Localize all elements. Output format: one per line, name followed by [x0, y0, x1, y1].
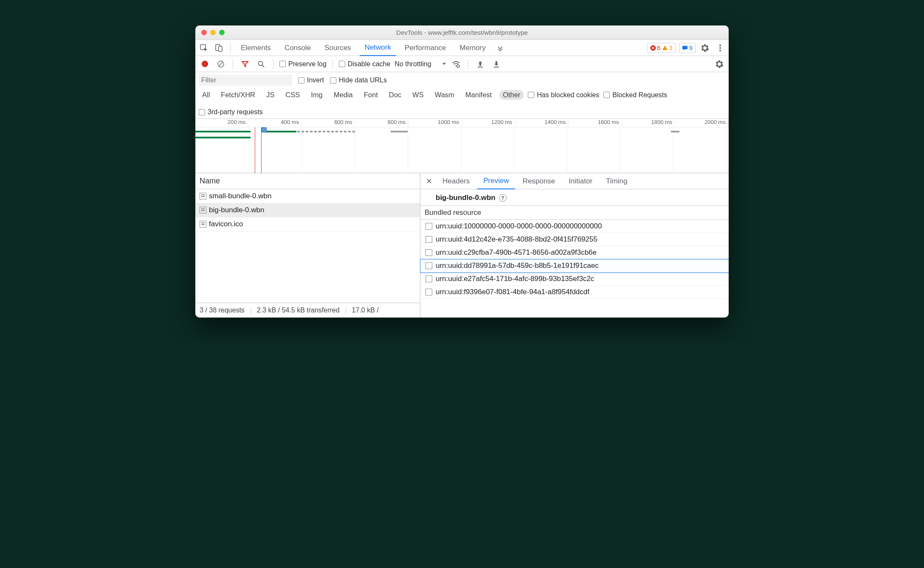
resource-icon — [425, 223, 432, 230]
messages-badge[interactable]: 9 — [679, 43, 696, 53]
type-filter-doc[interactable]: Doc — [386, 90, 405, 100]
network-conditions-icon[interactable] — [450, 58, 462, 70]
timeline-ticks: 200 ms400 ms600 ms800 ms1000 ms1200 ms14… — [195, 119, 729, 127]
file-icon — [200, 193, 206, 200]
bundled-resource-row[interactable]: urn:uuid:4d12c42e-e735-4088-8bd2-0f415f7… — [420, 233, 729, 246]
tab-console[interactable]: Console — [279, 40, 316, 56]
inspect-element-icon[interactable] — [198, 42, 210, 54]
type-filter-fetchxhr[interactable]: Fetch/XHR — [217, 90, 259, 100]
timeline-tick: 1200 ms — [462, 119, 516, 127]
svg-rect-13 — [494, 67, 499, 67]
filter-input[interactable] — [199, 75, 292, 86]
timeline-overview[interactable]: 200 ms400 ms600 ms800 ms1000 ms1200 ms14… — [195, 119, 729, 173]
tab-memory[interactable]: Memory — [454, 40, 490, 56]
request-row[interactable]: small-bundle-0.wbn — [195, 189, 420, 203]
type-filter-wasm[interactable]: Wasm — [431, 90, 458, 100]
timeline-tick: 1400 ms — [516, 119, 569, 127]
status-requests: 3 / 38 requests — [200, 306, 251, 314]
search-icon[interactable] — [255, 58, 267, 70]
timeline-tick: 400 ms — [249, 119, 302, 127]
status-resources: 17.0 kB / — [352, 306, 379, 314]
device-toolbar-icon[interactable] — [213, 42, 225, 54]
resource-icon — [425, 276, 432, 282]
svg-point-9 — [259, 61, 263, 65]
svg-rect-2 — [219, 46, 222, 51]
type-filter-manifest[interactable]: Manifest — [462, 90, 495, 100]
settings-icon[interactable] — [699, 42, 711, 54]
timeline-tick: 1800 ms — [622, 119, 676, 127]
detail-tab-initiator[interactable]: Initiator — [563, 173, 598, 189]
minimize-window-button[interactable] — [210, 30, 216, 35]
svg-point-11 — [457, 65, 459, 67]
hide-data-urls-checkbox[interactable]: Hide data URLs — [330, 76, 387, 84]
network-toolbar: Preserve log Disable cache No throttling — [195, 56, 729, 72]
filter-row: Invert Hide data URLs — [195, 72, 729, 88]
timeline-tick: 200 ms — [195, 119, 249, 127]
resource-uri: urn:uuid:4d12c42e-e735-4088-8bd2-0f415f7… — [436, 235, 597, 244]
detail-tabbar: ✕ HeadersPreviewResponseInitiatorTiming — [420, 173, 729, 189]
detail-tab-response[interactable]: Response — [517, 173, 561, 189]
zoom-window-button[interactable] — [219, 30, 225, 35]
type-filter-ws[interactable]: WS — [409, 90, 427, 100]
download-har-icon[interactable] — [490, 58, 502, 70]
more-tabs-icon[interactable] — [494, 42, 506, 54]
preview-title-row: big-bundle-0.wbn ? — [420, 189, 729, 206]
detail-tab-preview[interactable]: Preview — [477, 173, 515, 189]
invert-checkbox[interactable]: Invert — [298, 76, 324, 84]
svg-point-5 — [719, 45, 721, 46]
detail-tab-headers[interactable]: Headers — [437, 173, 476, 189]
issues-badge[interactable]: 6 3 — [647, 43, 676, 53]
request-row[interactable]: big-bundle-0.wbn — [195, 203, 420, 217]
main-tabbar: ElementsConsoleSourcesNetworkPerformance… — [195, 40, 729, 56]
disable-cache-checkbox[interactable]: Disable cache — [339, 60, 391, 68]
help-icon[interactable]: ? — [499, 194, 507, 202]
resource-uri: urn:uuid:f9396e07-f081-4bfe-94a1-a8f954f… — [436, 288, 589, 296]
blocked-requests-checkbox[interactable]: Blocked Requests — [603, 91, 667, 99]
type-filter-img[interactable]: Img — [307, 90, 326, 100]
bundled-resource-row[interactable]: urn:uuid:f9396e07-f081-4bfe-94a1-a8f954f… — [420, 286, 729, 299]
preserve-log-checkbox[interactable]: Preserve log — [279, 60, 327, 68]
type-filter-other[interactable]: Other — [499, 90, 524, 100]
close-window-button[interactable] — [201, 30, 207, 35]
request-row[interactable]: favicon.ico — [195, 217, 420, 231]
tab-elements[interactable]: Elements — [236, 40, 276, 56]
detail-tab-timing[interactable]: Timing — [600, 173, 633, 189]
timeline-tick: 1600 ms — [569, 119, 622, 127]
resource-uri: urn:uuid:e27afc54-171b-4afc-899b-93b135e… — [436, 275, 594, 283]
bundled-resource-row[interactable]: urn:uuid:e27afc54-171b-4afc-899b-93b135e… — [420, 273, 729, 286]
tab-performance[interactable]: Performance — [400, 40, 451, 56]
bundled-resource-row[interactable]: urn:uuid:dd78991a-57db-459c-b8b5-1e191f9… — [420, 259, 729, 273]
third-party-checkbox[interactable]: 3rd-party requests — [199, 108, 263, 116]
warning-count: 3 — [669, 44, 672, 51]
tab-sources[interactable]: Sources — [319, 40, 356, 56]
traffic-lights — [195, 30, 225, 35]
bundled-resource-row[interactable]: urn:uuid:10000000-0000-0000-0000-0000000… — [420, 220, 729, 233]
type-filter-all[interactable]: All — [199, 90, 213, 100]
type-filter-css[interactable]: CSS — [282, 90, 303, 100]
close-detail-icon[interactable]: ✕ — [423, 175, 435, 187]
tab-network[interactable]: Network — [360, 40, 396, 56]
request-name: big-bundle-0.wbn — [209, 206, 264, 214]
network-settings-icon[interactable] — [713, 58, 725, 70]
kebab-menu-icon[interactable] — [714, 42, 726, 54]
record-button[interactable] — [199, 58, 211, 70]
request-list-panel: Name small-bundle-0.wbnbig-bundle-0.wbnf… — [195, 173, 420, 318]
throttling-select[interactable]: No throttling — [394, 60, 445, 68]
bundled-resource-row[interactable]: urn:uuid:c29cfba7-490b-4571-8656-a002a9f… — [420, 246, 729, 259]
request-list-header: Name — [195, 173, 420, 189]
filter-icon[interactable] — [239, 58, 251, 70]
clear-button[interactable] — [215, 58, 227, 70]
message-count: 9 — [689, 44, 693, 51]
type-filter-font[interactable]: Font — [361, 90, 381, 100]
detail-panel: ✕ HeadersPreviewResponseInitiatorTiming … — [420, 173, 729, 318]
svg-point-7 — [719, 50, 721, 51]
upload-har-icon[interactable] — [474, 58, 486, 70]
type-filter-js[interactable]: JS — [263, 90, 278, 100]
resource-uri: urn:uuid:c29cfba7-490b-4571-8656-a002a9f… — [436, 248, 597, 257]
svg-rect-12 — [478, 67, 483, 67]
resource-icon — [425, 289, 432, 295]
type-filter-media[interactable]: Media — [330, 90, 356, 100]
has-blocked-cookies-checkbox[interactable]: Has blocked cookies — [528, 91, 599, 99]
status-transferred: 2.3 kB / 54.5 kB transferred — [257, 306, 346, 314]
request-name: small-bundle-0.wbn — [209, 192, 271, 200]
